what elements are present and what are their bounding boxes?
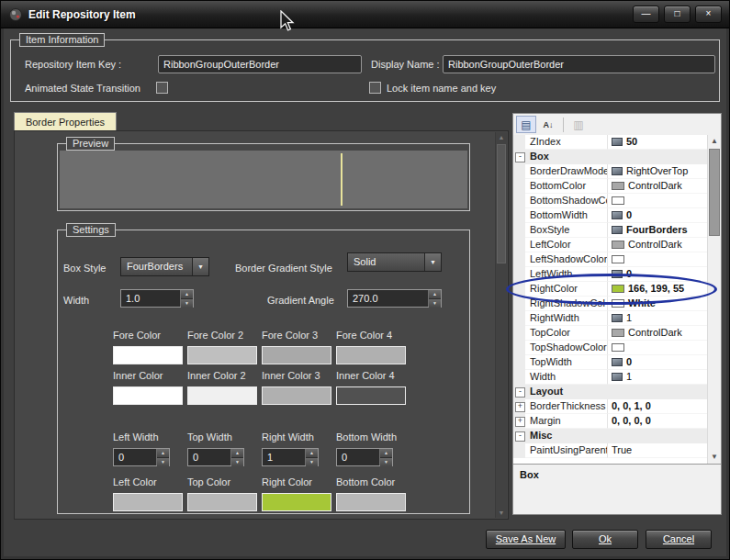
property-value[interactable]	[608, 341, 707, 355]
property-value[interactable]: 0	[608, 355, 707, 370]
property-value[interactable]: ControlDark	[608, 179, 707, 194]
inner-color-3-swatch[interactable]	[262, 386, 331, 405]
bottom-width-input[interactable]: 0▲▼	[336, 448, 393, 466]
left-width-input[interactable]: 0▲▼	[113, 448, 170, 466]
collapse-icon[interactable]: -	[515, 431, 525, 442]
spin-down-icon[interactable]: ▼	[157, 458, 169, 466]
spinner[interactable]: ▲▼	[379, 449, 392, 465]
property-category-misc[interactable]: -Misc	[513, 429, 707, 443]
spin-up-icon[interactable]: ▲	[429, 290, 441, 299]
spin-up-icon[interactable]: ▲	[231, 449, 243, 458]
property-row-width[interactable]: Width1	[513, 370, 707, 385]
inner-color-4-swatch[interactable]	[336, 386, 406, 405]
property-value[interactable]: ControlDark	[608, 238, 707, 252]
property-row-topshadowcolor[interactable]: TopShadowColor	[513, 341, 707, 355]
spin-down-icon[interactable]: ▼	[380, 458, 392, 466]
repository-item-key-input[interactable]: RibbonGroupOuterBorder	[158, 55, 362, 73]
spin-down-icon[interactable]: ▼	[429, 299, 441, 308]
spin-down-icon[interactable]: ▼	[231, 458, 243, 466]
property-value[interactable]: FourBorders	[608, 223, 707, 238]
spinner[interactable]: ▲▼	[156, 449, 169, 465]
lock-item-checkbox[interactable]	[369, 82, 381, 94]
property-row-rightwidth[interactable]: RightWidth1	[513, 311, 707, 326]
right-color-swatch[interactable]	[262, 493, 331, 511]
property-row-rightcolor[interactable]: RightColor166, 199, 55	[513, 282, 707, 297]
property-value[interactable]: 1	[608, 311, 707, 326]
right-width-input[interactable]: 1▲▼	[262, 448, 319, 466]
property-value[interactable]: White	[608, 297, 707, 311]
property-row-bottomshadowco[interactable]: BottomShadowCo	[513, 194, 707, 208]
property-value[interactable]	[608, 429, 707, 443]
ok-button[interactable]: Ok	[572, 530, 638, 549]
property-row-margin[interactable]: +Margin0, 0, 0, 0	[513, 414, 707, 429]
property-value[interactable]: 0, 0, 0, 0	[608, 414, 707, 429]
property-value[interactable]	[608, 385, 707, 399]
bottom-color-swatch[interactable]	[336, 493, 406, 511]
property-value[interactable]: 1	[608, 370, 707, 385]
fore-color-3-swatch[interactable]	[262, 346, 331, 364]
inner-color-swatch[interactable]	[113, 386, 183, 405]
spinner[interactable]: ▲▼	[180, 290, 193, 307]
scroll-down-icon[interactable]: ▼	[708, 451, 721, 464]
save-as-new-button[interactable]: Save As New	[486, 530, 566, 549]
panel-scrollbar[interactable]: ▲ ▼	[495, 132, 507, 518]
box-style-select[interactable]: FourBorders ▼	[120, 257, 209, 276]
property-row-topcolor[interactable]: TopColorControlDark	[513, 326, 707, 341]
chevron-down-icon[interactable]: ▼	[424, 253, 441, 271]
property-grid-scrollbar[interactable]: ▲ ▼	[707, 135, 721, 464]
scroll-up-icon[interactable]: ▲	[708, 135, 721, 148]
property-value[interactable]: 166, 199, 55	[608, 282, 707, 297]
property-row-leftcolor[interactable]: LeftColorControlDark	[513, 238, 707, 252]
property-value[interactable]: 0	[608, 267, 707, 282]
scroll-up-icon[interactable]: ▲	[496, 134, 507, 140]
spin-up-icon[interactable]: ▲	[157, 449, 169, 458]
property-value[interactable]: ControlDark	[608, 326, 707, 341]
gradient-angle-input[interactable]: 270.0▲▼	[347, 289, 442, 308]
property-row-borderdrawmode[interactable]: BorderDrawModeRightOverTop	[513, 164, 707, 179]
maximize-button[interactable]: □	[664, 6, 691, 23]
property-row-boxstyle[interactable]: BoxStyleFourBorders	[513, 223, 707, 238]
close-button[interactable]: ×	[695, 6, 722, 23]
property-value[interactable]: True	[608, 443, 707, 458]
property-row-leftshadowcolor[interactable]: LeftShadowColor	[513, 252, 707, 267]
scrollbar-thumb[interactable]	[709, 149, 720, 236]
property-value[interactable]: RightOverTop	[608, 164, 707, 179]
categorized-view-button[interactable]: ▤	[516, 116, 536, 133]
spin-up-icon[interactable]: ▲	[306, 449, 318, 458]
property-category-layout[interactable]: -Layout	[513, 385, 707, 399]
property-value[interactable]: 0	[608, 208, 707, 223]
property-row-borderthickness[interactable]: +BorderThickness0, 0, 1, 0	[513, 399, 707, 414]
spinner[interactable]: ▲▼	[305, 449, 318, 465]
property-value[interactable]: 0, 0, 1, 0	[608, 399, 707, 414]
top-color-swatch[interactable]	[187, 493, 257, 511]
property-row-topwidth[interactable]: TopWidth0	[513, 355, 707, 370]
spin-down-icon[interactable]: ▼	[306, 458, 318, 466]
cancel-button[interactable]: Cancel	[646, 530, 712, 549]
property-row-paintusingparents[interactable]: PaintUsingParentSTrue	[513, 443, 707, 458]
fore-color-2-swatch[interactable]	[187, 346, 257, 364]
property-value[interactable]: 50	[608, 135, 707, 150]
top-width-input[interactable]: 0▲▼	[187, 448, 244, 466]
chevron-down-icon[interactable]: ▼	[192, 258, 208, 275]
spinner[interactable]: ▲▼	[428, 290, 441, 307]
collapse-icon[interactable]: -	[515, 152, 525, 162]
spin-up-icon[interactable]: ▲	[380, 449, 392, 458]
property-row-leftwidth[interactable]: LeftWidth0	[513, 267, 707, 282]
left-color-swatch[interactable]	[113, 493, 183, 511]
property-value[interactable]	[608, 252, 707, 267]
minimize-button[interactable]: —	[633, 6, 659, 23]
inner-color-2-swatch[interactable]	[187, 386, 257, 405]
expand-icon[interactable]: +	[515, 402, 525, 412]
property-value[interactable]	[608, 194, 707, 208]
tab-border-properties[interactable]: Border Properties	[14, 112, 117, 131]
spinner[interactable]: ▲▼	[230, 449, 243, 465]
display-name-input[interactable]: RibbonGroupOuterBorder	[443, 55, 715, 73]
property-row-bottomwidth[interactable]: BottomWidth0	[513, 208, 707, 223]
alphabetical-sort-button[interactable]: A↓	[538, 116, 558, 133]
fore-color-4-swatch[interactable]	[336, 346, 406, 364]
spin-down-icon[interactable]: ▼	[181, 299, 193, 308]
collapse-icon[interactable]: -	[515, 387, 525, 398]
property-row-zindex[interactable]: ZIndex50	[513, 135, 707, 150]
width-input[interactable]: 1.0▲▼	[120, 289, 194, 308]
property-value[interactable]	[608, 150, 707, 164]
